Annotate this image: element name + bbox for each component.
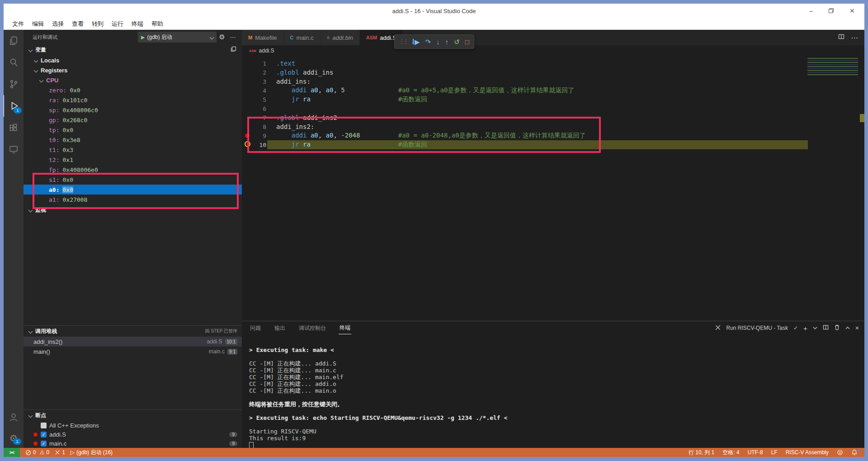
source-control-button[interactable] bbox=[4, 73, 24, 95]
code-line[interactable]: 4 addi a0, a0, 5 #a0 = a0+5,a0是参数，又是返回值，… bbox=[242, 86, 864, 95]
run-debug-button[interactable]: 1 bbox=[4, 95, 24, 117]
menu-item[interactable]: 编辑 bbox=[28, 19, 48, 28]
restart-button[interactable]: ↺ bbox=[454, 38, 460, 45]
breakpoint-gutter-icon[interactable] bbox=[242, 132, 253, 139]
register-row[interactable]: gp:0x268c0 bbox=[24, 115, 242, 125]
menu-item[interactable]: 帮助 bbox=[147, 19, 167, 28]
step-over-button[interactable]: ↷ bbox=[425, 38, 431, 45]
code-line[interactable]: 6 bbox=[242, 104, 864, 113]
register-row[interactable]: t0:0x3e8 bbox=[24, 135, 242, 145]
register-row[interactable]: a0:0x0 bbox=[24, 185, 242, 195]
breadcrumb[interactable]: ASM addi.S bbox=[242, 45, 864, 56]
debug-session-status[interactable]: ▷ (gdb) 启动 (16) bbox=[68, 449, 115, 456]
menu-item[interactable]: 选择 bbox=[48, 19, 68, 28]
code-line[interactable]: 1.text bbox=[242, 59, 864, 68]
editor-more-actions-icon[interactable]: ⋯ bbox=[851, 33, 858, 42]
split-terminal-icon[interactable] bbox=[823, 324, 829, 332]
code-line[interactable]: 2.globl addi_ins bbox=[242, 68, 864, 77]
search-button[interactable] bbox=[4, 52, 24, 73]
more-actions-icon[interactable]: ⋯ bbox=[227, 34, 238, 41]
breakpoint-row[interactable]: ✓addi.S9 bbox=[24, 430, 242, 439]
new-terminal-button[interactable]: + bbox=[803, 324, 807, 332]
launch-config-dropdown[interactable]: ▶ (gdb) 启动 bbox=[138, 32, 217, 43]
menu-item[interactable]: 运行 bbox=[108, 19, 127, 28]
watch-section-header[interactable]: 监视 bbox=[24, 204, 242, 215]
code-line[interactable]: 10 jr ra #函数返回 bbox=[242, 140, 864, 149]
register-row[interactable]: zero:0x0 bbox=[24, 85, 242, 95]
encoding-setting[interactable]: UTF-8 bbox=[745, 449, 765, 456]
extensions-button[interactable] bbox=[4, 117, 24, 138]
account-button[interactable] bbox=[4, 406, 24, 428]
terminal-dropdown-icon[interactable] bbox=[813, 325, 817, 331]
indentation-setting[interactable]: 空格: 4 bbox=[720, 449, 741, 456]
locals-row[interactable]: Locals bbox=[24, 55, 242, 65]
menu-item[interactable]: 转到 bbox=[88, 19, 108, 28]
step-into-button[interactable]: ↓ bbox=[436, 38, 440, 45]
continue-button[interactable]: ▶ bbox=[413, 38, 420, 45]
register-row[interactable]: ra:0x101c0 bbox=[24, 95, 242, 105]
step-out-button[interactable]: ↑ bbox=[445, 38, 449, 45]
language-mode[interactable]: RISC-V Assembly bbox=[783, 449, 831, 456]
drag-grip-icon[interactable]: ⋮⋮ bbox=[399, 38, 407, 45]
register-row[interactable]: t2:0x1 bbox=[24, 155, 242, 165]
register-row[interactable]: t1:0x3 bbox=[24, 145, 242, 155]
code-line[interactable]: 5 jr ra #函数返回 bbox=[242, 95, 864, 104]
panel-tab[interactable]: 输出 bbox=[274, 322, 286, 334]
breakpoint-row[interactable]: ✓main.c9 bbox=[24, 439, 242, 448]
register-row[interactable]: s1:0x0 bbox=[24, 175, 242, 185]
cursor-position[interactable]: 行 10, 列 1 bbox=[686, 449, 717, 456]
eol-setting[interactable]: LF bbox=[769, 449, 780, 456]
code-line[interactable]: 3addi_ins: bbox=[242, 77, 864, 86]
problems-status[interactable]: 0 ⚠ 0 bbox=[23, 449, 52, 456]
register-row[interactable]: a1:0x27008 bbox=[24, 195, 242, 204]
call-stack-section-header[interactable]: 调用堆栈 因 STEP 已暂停 bbox=[24, 325, 242, 337]
explorer-button[interactable] bbox=[4, 30, 24, 52]
split-editor-icon[interactable] bbox=[838, 33, 844, 42]
tab-main-c[interactable]: C main.c bbox=[284, 30, 321, 45]
stop-button[interactable]: □ bbox=[465, 38, 469, 45]
breakpoint-checkbox[interactable]: ✓ bbox=[41, 441, 47, 447]
remote-indicator[interactable]: >< bbox=[4, 448, 20, 457]
panel-tab[interactable]: 终端 bbox=[339, 322, 351, 334]
terminal-task-label[interactable]: Run RISCV-QEMU - Task bbox=[726, 325, 788, 331]
tab-makefile[interactable]: M Makefile bbox=[242, 30, 284, 45]
cpu-row[interactable]: CPU bbox=[24, 75, 242, 85]
debug-settings-gear[interactable]: ⚙ bbox=[217, 33, 227, 41]
tab-addi-bin[interactable]: ≡ addi.bin bbox=[321, 30, 360, 45]
breakpoints-section-header[interactable]: 断点 bbox=[24, 409, 242, 421]
code-line[interactable]: 7.globl addi_ins2 bbox=[242, 113, 864, 122]
breakpoint-checkbox[interactable] bbox=[41, 423, 47, 428]
menu-item[interactable]: 文件 bbox=[8, 19, 28, 28]
code-line[interactable]: 8addi_ins2: bbox=[242, 122, 864, 131]
breakpoint-checkbox[interactable]: ✓ bbox=[41, 432, 47, 437]
menu-item[interactable]: 终端 bbox=[127, 19, 147, 28]
remote-explorer-button[interactable] bbox=[4, 138, 24, 160]
register-row[interactable]: tp:0x0 bbox=[24, 125, 242, 135]
panes-icon[interactable] bbox=[231, 46, 242, 53]
minimize-button[interactable]: − bbox=[809, 8, 813, 14]
current-step-gutter-icon[interactable] bbox=[242, 141, 253, 148]
panel-tab[interactable]: 问题 bbox=[249, 322, 262, 334]
registers-row[interactable]: Registers bbox=[24, 65, 242, 75]
register-row[interactable]: sp:0x408006c0 bbox=[24, 105, 242, 115]
minimap[interactable] bbox=[807, 58, 858, 76]
kill-terminal-icon[interactable] bbox=[834, 324, 840, 332]
feedback-icon[interactable] bbox=[835, 449, 845, 456]
notifications-bell-icon[interactable] bbox=[849, 449, 860, 456]
close-button[interactable]: × bbox=[849, 7, 854, 15]
code-editor[interactable]: 1.text2.globl addi_ins3addi_ins:4 addi a… bbox=[242, 56, 864, 321]
register-row[interactable]: fp:0x408006e0 bbox=[24, 165, 242, 175]
variables-section-header[interactable]: 变量 bbox=[24, 44, 242, 55]
code-line[interactable]: 9 addi a0, a0, -2048 #a0 = a0-2048,a0是参数… bbox=[242, 131, 864, 140]
panel-tab[interactable]: 调试控制台 bbox=[298, 322, 327, 334]
breakpoint-row[interactable]: All C++ Exceptions bbox=[24, 421, 242, 430]
maximize-panel-icon[interactable] bbox=[845, 325, 850, 331]
close-panel-icon[interactable]: × bbox=[855, 324, 859, 332]
stack-frame[interactable]: addi_ins2() addi.S 10:1 bbox=[24, 337, 242, 347]
terminal-output[interactable]: > Executing task: make <CC -[M] 正在构建... … bbox=[242, 335, 864, 448]
maximize-button[interactable] bbox=[828, 8, 834, 14]
stack-frame[interactable]: main() main.c 9:1 bbox=[24, 347, 242, 356]
menu-item[interactable]: 查看 bbox=[68, 19, 88, 28]
settings-button[interactable]: ⚙ 1 bbox=[4, 428, 24, 448]
running-tasks-status[interactable]: 1 bbox=[52, 449, 68, 456]
